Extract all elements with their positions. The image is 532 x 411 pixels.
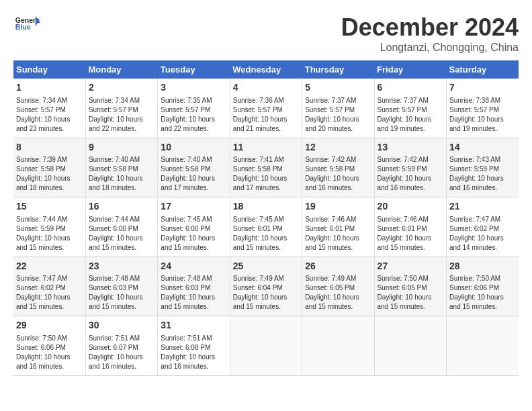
day-header-monday: Monday <box>85 60 157 79</box>
day-number: 13 <box>378 141 443 154</box>
day-number: 22 <box>16 260 83 273</box>
day-number: 16 <box>89 200 154 214</box>
calendar-cell: 14Sunrise: 7:43 AM Sunset: 5:59 PM Dayli… <box>447 138 519 197</box>
calendar-cell <box>447 316 519 376</box>
day-info: Sunrise: 7:49 AM Sunset: 6:05 PM Dayligh… <box>305 274 371 312</box>
calendar-cell: 17Sunrise: 7:45 AM Sunset: 6:00 PM Dayli… <box>158 197 230 257</box>
day-number: 8 <box>16 141 83 154</box>
calendar-cell: 25Sunrise: 7:49 AM Sunset: 6:04 PM Dayli… <box>230 257 302 316</box>
day-number: 21 <box>449 200 516 214</box>
calendar-cell: 21Sunrise: 7:47 AM Sunset: 6:02 PM Dayli… <box>447 197 519 257</box>
header: General Blue December 2024 Longtanzi, Ch… <box>13 13 519 54</box>
calendar-cell: 16Sunrise: 7:44 AM Sunset: 6:00 PM Dayli… <box>85 197 157 257</box>
calendar-cell <box>302 316 374 376</box>
logo: General Blue <box>13 13 40 34</box>
day-info: Sunrise: 7:37 AM Sunset: 5:57 PM Dayligh… <box>378 96 443 134</box>
day-number: 27 <box>378 260 443 273</box>
calendar-week-2: 8Sunrise: 7:39 AM Sunset: 5:58 PM Daylig… <box>13 138 519 197</box>
calendar-cell: 29Sunrise: 7:50 AM Sunset: 6:06 PM Dayli… <box>13 316 85 376</box>
day-info: Sunrise: 7:49 AM Sunset: 6:04 PM Dayligh… <box>233 274 299 312</box>
day-info: Sunrise: 7:34 AM Sunset: 5:57 PM Dayligh… <box>89 96 154 134</box>
calendar-cell: 20Sunrise: 7:46 AM Sunset: 6:01 PM Dayli… <box>374 197 446 257</box>
calendar-week-5: 29Sunrise: 7:50 AM Sunset: 6:06 PM Dayli… <box>13 316 519 376</box>
day-info: Sunrise: 7:37 AM Sunset: 5:57 PM Dayligh… <box>305 96 371 134</box>
calendar-cell: 15Sunrise: 7:44 AM Sunset: 5:59 PM Dayli… <box>13 197 85 257</box>
calendar-cell: 22Sunrise: 7:47 AM Sunset: 6:02 PM Dayli… <box>13 257 85 316</box>
day-info: Sunrise: 7:35 AM Sunset: 5:57 PM Dayligh… <box>161 96 226 134</box>
day-header-wednesday: Wednesday <box>230 60 302 79</box>
day-header-thursday: Thursday <box>302 60 374 79</box>
calendar-cell: 12Sunrise: 7:42 AM Sunset: 5:58 PM Dayli… <box>302 138 374 197</box>
day-number: 25 <box>233 260 299 273</box>
day-number: 17 <box>161 200 226 214</box>
day-info: Sunrise: 7:42 AM Sunset: 5:58 PM Dayligh… <box>305 155 371 193</box>
day-number: 31 <box>161 319 226 332</box>
calendar-cell: 2Sunrise: 7:34 AM Sunset: 5:57 PM Daylig… <box>85 79 157 138</box>
day-header-friday: Friday <box>374 60 446 79</box>
day-number: 11 <box>233 141 299 154</box>
day-number: 26 <box>305 260 371 273</box>
calendar-cell: 27Sunrise: 7:50 AM Sunset: 6:05 PM Dayli… <box>374 257 446 316</box>
day-info: Sunrise: 7:50 AM Sunset: 6:06 PM Dayligh… <box>16 334 83 371</box>
day-info: Sunrise: 7:50 AM Sunset: 6:06 PM Dayligh… <box>449 274 516 312</box>
day-info: Sunrise: 7:42 AM Sunset: 5:59 PM Dayligh… <box>378 155 443 193</box>
day-number: 19 <box>305 200 371 214</box>
day-info: Sunrise: 7:40 AM Sunset: 5:58 PM Dayligh… <box>89 155 154 193</box>
calendar-cell: 30Sunrise: 7:51 AM Sunset: 6:07 PM Dayli… <box>85 316 157 376</box>
day-number: 1 <box>16 81 83 95</box>
day-number: 14 <box>449 141 516 154</box>
calendar-cell: 23Sunrise: 7:48 AM Sunset: 6:03 PM Dayli… <box>85 257 157 316</box>
calendar-cell: 4Sunrise: 7:36 AM Sunset: 5:57 PM Daylig… <box>230 79 302 138</box>
day-info: Sunrise: 7:46 AM Sunset: 6:01 PM Dayligh… <box>305 215 371 253</box>
calendar-cell: 3Sunrise: 7:35 AM Sunset: 5:57 PM Daylig… <box>158 79 230 138</box>
day-number: 23 <box>89 260 154 273</box>
logo-icon: General Blue <box>13 13 40 34</box>
day-number: 29 <box>16 319 83 332</box>
calendar-table: SundayMondayTuesdayWednesdayThursdayFrid… <box>13 60 519 376</box>
calendar-cell: 5Sunrise: 7:37 AM Sunset: 5:57 PM Daylig… <box>302 79 374 138</box>
calendar-week-1: 1Sunrise: 7:34 AM Sunset: 5:57 PM Daylig… <box>13 79 519 138</box>
day-info: Sunrise: 7:47 AM Sunset: 6:02 PM Dayligh… <box>449 215 516 253</box>
day-info: Sunrise: 7:51 AM Sunset: 6:08 PM Dayligh… <box>161 334 226 371</box>
calendar-week-4: 22Sunrise: 7:47 AM Sunset: 6:02 PM Dayli… <box>13 257 519 316</box>
day-info: Sunrise: 7:47 AM Sunset: 6:02 PM Dayligh… <box>16 274 83 312</box>
day-number: 24 <box>161 260 226 273</box>
day-number: 30 <box>89 319 154 332</box>
day-info: Sunrise: 7:36 AM Sunset: 5:57 PM Dayligh… <box>233 96 299 134</box>
day-number: 6 <box>378 81 443 95</box>
day-info: Sunrise: 7:34 AM Sunset: 5:57 PM Dayligh… <box>16 96 83 134</box>
title-area: December 2024 Longtanzi, Chongqing, Chin… <box>341 13 519 54</box>
day-info: Sunrise: 7:45 AM Sunset: 6:01 PM Dayligh… <box>233 215 299 253</box>
day-number: 7 <box>449 81 516 95</box>
day-header-sunday: Sunday <box>13 60 85 79</box>
calendar-cell: 19Sunrise: 7:46 AM Sunset: 6:01 PM Dayli… <box>302 197 374 257</box>
calendar-cell: 8Sunrise: 7:39 AM Sunset: 5:58 PM Daylig… <box>13 138 85 197</box>
calendar-week-3: 15Sunrise: 7:44 AM Sunset: 5:59 PM Dayli… <box>13 197 519 257</box>
calendar-cell: 13Sunrise: 7:42 AM Sunset: 5:59 PM Dayli… <box>374 138 446 197</box>
month-title: December 2024 <box>341 13 519 42</box>
day-info: Sunrise: 7:50 AM Sunset: 6:05 PM Dayligh… <box>378 274 443 312</box>
location-subtitle: Longtanzi, Chongqing, China <box>341 42 519 54</box>
day-header-saturday: Saturday <box>447 60 519 79</box>
svg-text:Blue: Blue <box>15 23 31 31</box>
day-number: 5 <box>305 81 371 95</box>
calendar-cell: 18Sunrise: 7:45 AM Sunset: 6:01 PM Dayli… <box>230 197 302 257</box>
calendar-cell <box>230 316 302 376</box>
day-info: Sunrise: 7:40 AM Sunset: 5:58 PM Dayligh… <box>161 155 226 193</box>
day-number: 9 <box>89 141 154 154</box>
calendar-cell: 6Sunrise: 7:37 AM Sunset: 5:57 PM Daylig… <box>374 79 446 138</box>
day-info: Sunrise: 7:39 AM Sunset: 5:58 PM Dayligh… <box>16 155 83 193</box>
day-info: Sunrise: 7:41 AM Sunset: 5:58 PM Dayligh… <box>233 155 299 193</box>
day-info: Sunrise: 7:51 AM Sunset: 6:07 PM Dayligh… <box>89 334 154 371</box>
day-number: 20 <box>378 200 443 214</box>
day-number: 3 <box>161 81 226 95</box>
calendar-cell: 9Sunrise: 7:40 AM Sunset: 5:58 PM Daylig… <box>85 138 157 197</box>
calendar-cell: 7Sunrise: 7:38 AM Sunset: 5:57 PM Daylig… <box>447 79 519 138</box>
calendar-header: SundayMondayTuesdayWednesdayThursdayFrid… <box>13 60 519 79</box>
calendar-cell <box>374 316 446 376</box>
day-number: 18 <box>233 200 299 214</box>
day-number: 28 <box>449 260 516 273</box>
day-info: Sunrise: 7:43 AM Sunset: 5:59 PM Dayligh… <box>449 155 516 193</box>
day-number: 12 <box>305 141 371 154</box>
calendar-cell: 1Sunrise: 7:34 AM Sunset: 5:57 PM Daylig… <box>13 79 85 138</box>
